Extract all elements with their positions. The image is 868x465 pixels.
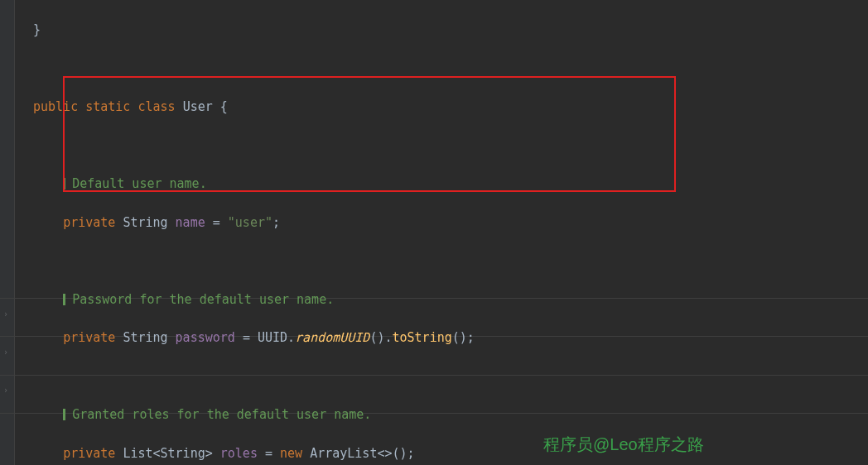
brace: { [220, 99, 228, 114]
doc-comment: Granted roles for the default user name. [72, 407, 371, 422]
brace: } [33, 22, 41, 37]
doc-marker [63, 178, 65, 189]
operator: = [213, 215, 220, 230]
doc-comment: Default user name. [72, 176, 207, 191]
code-editor[interactable]: } public static class User { Default use… [33, 0, 868, 465]
field-name: roles [220, 446, 258, 461]
doc-marker [63, 409, 65, 420]
field-name: name [176, 215, 205, 230]
semicolon: ; [272, 215, 280, 230]
editor-stripe [15, 0, 33, 465]
fold-arrow-icon[interactable]: › [3, 308, 8, 321]
doc-marker [63, 294, 65, 305]
fold-arrow-icon[interactable]: › [3, 346, 8, 359]
operator: = [243, 330, 250, 345]
class-ref: UUID [258, 330, 287, 345]
keyword-private: private [63, 330, 115, 345]
watermark-text: 程序员@Leo程序之路 [543, 432, 704, 458]
fold-arrow-icon[interactable]: › [3, 384, 8, 397]
keyword-class: class [137, 99, 175, 114]
editor-gutter: › › › [0, 0, 15, 465]
keyword-private: private [63, 215, 115, 230]
keyword-private: private [63, 446, 115, 461]
string-literal: "user" [228, 215, 272, 230]
type: List [123, 446, 152, 461]
method-call: toString [393, 330, 452, 345]
keyword-static: static [85, 99, 130, 114]
static-method: randomUUID [295, 330, 369, 345]
doc-comment: Password for the default user name. [72, 292, 334, 307]
keyword-new: new [280, 446, 302, 461]
type: String [123, 215, 167, 230]
class-name: User [183, 99, 213, 114]
field-name: password [176, 330, 235, 345]
keyword-public: public [33, 99, 78, 114]
type: String [123, 330, 167, 345]
